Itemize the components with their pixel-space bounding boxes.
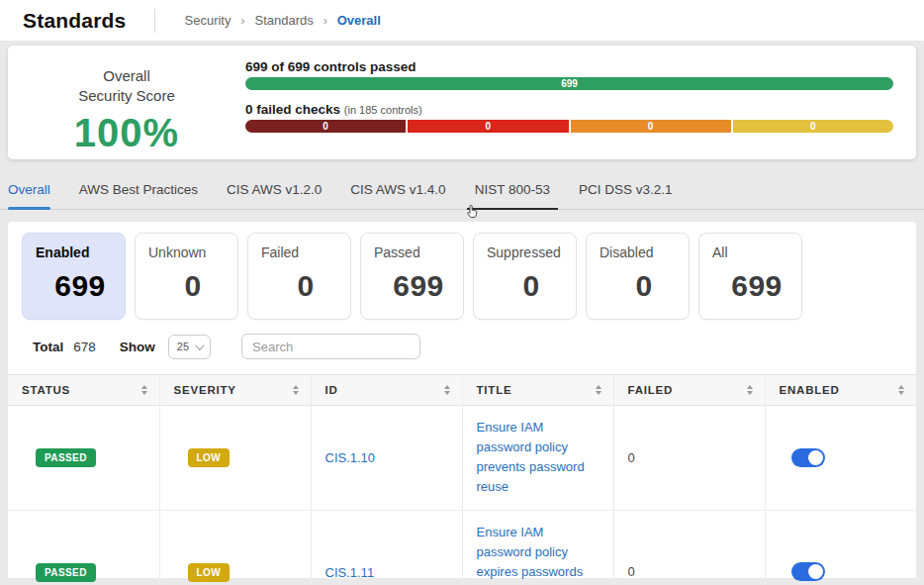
summary-card-passed[interactable]: Passed 699 (360, 233, 464, 320)
severity-segment-low: 0 (733, 120, 893, 133)
breadcrumb-item-security[interactable]: Security (185, 13, 231, 28)
breadcrumb-item-standards[interactable]: Standards (254, 13, 313, 28)
column-header-failed[interactable]: FAILED (613, 375, 765, 406)
failed-count: 0 (613, 406, 765, 511)
passed-bar-label: 699 of 699 controls passed (245, 59, 893, 74)
score-percent: 100% (8, 111, 245, 155)
sort-icon[interactable] (596, 385, 601, 395)
severity-segment-critical: 0 (245, 120, 406, 133)
score-bars: 699 of 699 controls passed 699 0 failed … (245, 58, 893, 159)
tab-nist-800-53[interactable]: NIST 800-53 (475, 182, 550, 209)
summary-card-failed[interactable]: Failed 0 (247, 233, 351, 320)
sort-icon[interactable] (141, 385, 147, 395)
summary-card-enabled[interactable]: Enabled 699 (22, 233, 126, 320)
status-badge: PASSED (36, 448, 96, 467)
control-title-link[interactable]: Ensure IAM password policy expires passw… (477, 523, 600, 585)
tab-overall[interactable]: Overall (8, 182, 50, 209)
sort-icon[interactable] (293, 385, 299, 395)
sort-icon[interactable] (898, 385, 904, 395)
standards-tab-bar: Overall AWS Best Practices CIS AWS v1.2.… (0, 182, 924, 210)
severity-segment-medium: 0 (571, 120, 731, 133)
summary-card-disabled[interactable]: Disabled 0 (586, 233, 690, 320)
sort-icon[interactable] (444, 385, 450, 395)
total-value: 678 (73, 340, 96, 354)
search-input[interactable] (241, 334, 420, 359)
score-summary: Overall Security Score 100% (8, 58, 245, 159)
breadcrumb-separator-icon: › (323, 14, 327, 28)
enabled-toggle[interactable] (791, 562, 825, 581)
column-header-severity[interactable]: SEVERITY (159, 375, 311, 406)
severity-segment-high: 0 (408, 120, 568, 133)
failed-severity-bar: 0 0 0 0 (245, 120, 893, 133)
controls-table: STATUS SEVERITY ID TITLE FAILED ENABLED … (8, 374, 916, 585)
breadcrumb-separator-icon: › (240, 14, 244, 28)
table-row: PASSED LOW CIS.1.10 Ensure IAM password … (8, 406, 916, 511)
table-header-row: STATUS SEVERITY ID TITLE FAILED ENABLED (8, 375, 916, 406)
control-id-link[interactable]: CIS.1.10 (325, 450, 376, 465)
table-controls-row: Total 678 Show 25 (8, 333, 916, 360)
passed-progress-bar: 699 (245, 77, 893, 90)
status-badge: PASSED (36, 563, 96, 582)
breadcrumb: Security › Standards › Overall (185, 13, 381, 28)
show-label: Show (120, 340, 155, 354)
security-score-card: Overall Security Score 100% 699 of 699 c… (8, 46, 916, 159)
failed-count: 0 (613, 510, 765, 585)
tab-cis-aws-v140[interactable]: CIS AWS v1.4.0 (350, 182, 445, 209)
page-size-value: 25 (177, 341, 189, 352)
table-row: PASSED LOW CIS.1.11 Ensure IAM password … (8, 510, 916, 585)
severity-badge: LOW (188, 448, 231, 467)
total-label: Total (33, 340, 63, 354)
tab-cis-aws-v120[interactable]: CIS AWS v1.2.0 (227, 182, 322, 209)
header-divider (154, 9, 155, 33)
passed-bar-group: 699 of 699 controls passed 699 (245, 59, 893, 90)
chevron-down-icon (195, 341, 205, 350)
tab-aws-best-practices[interactable]: AWS Best Practices (79, 182, 198, 209)
controls-panel: Enabled 699 Unknown 0 Failed 0 Passed 69… (8, 222, 916, 578)
summary-card-unknown[interactable]: Unknown 0 (135, 233, 238, 320)
tab-pci-dss-v321[interactable]: PCI DSS v3.2.1 (579, 182, 673, 209)
failed-bar-label: 0 failed checks (in 185 controls) (245, 102, 893, 117)
failed-bar-group: 0 failed checks (in 185 controls) 0 0 0 … (245, 102, 893, 133)
column-header-status[interactable]: STATUS (8, 375, 159, 406)
breadcrumb-item-overall[interactable]: Overall (337, 13, 381, 28)
control-id-link[interactable]: CIS.1.11 (325, 565, 375, 580)
column-header-title[interactable]: TITLE (462, 375, 613, 406)
control-title-link[interactable]: Ensure IAM password policy prevents pass… (477, 418, 600, 498)
page-title: Standards (23, 9, 127, 33)
enabled-toggle[interactable] (791, 448, 825, 467)
column-header-enabled[interactable]: ENABLED (765, 375, 916, 406)
sort-icon[interactable] (747, 385, 753, 395)
app-header: Standards Security › Standards › Overall (0, 0, 924, 41)
column-header-id[interactable]: ID (311, 375, 462, 406)
summary-card-all[interactable]: All 699 (698, 233, 802, 320)
cursor-pointer-icon (464, 204, 481, 225)
severity-badge: LOW (188, 563, 231, 582)
score-label: Overall Security Score (8, 66, 245, 107)
page-size-select[interactable]: 25 (168, 335, 211, 359)
summary-card-suppressed[interactable]: Suppressed 0 (473, 233, 577, 320)
summary-cards-row: Enabled 699 Unknown 0 Failed 0 Passed 69… (8, 233, 916, 320)
